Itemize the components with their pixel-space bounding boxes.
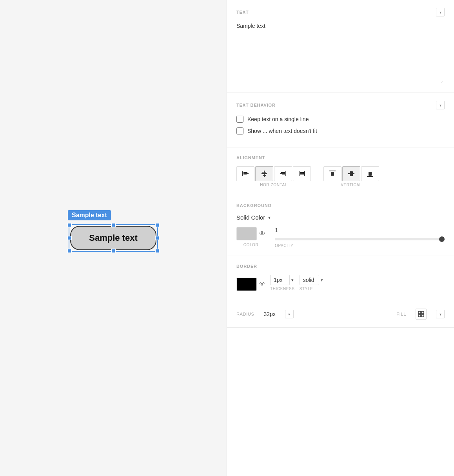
- border-eye-icon[interactable]: 👁: [259, 281, 265, 288]
- svg-rect-1: [243, 172, 247, 173]
- valign-bottom-btn[interactable]: [361, 166, 379, 181]
- svg-rect-9: [281, 172, 285, 173]
- svg-rect-15: [300, 173, 304, 174]
- svg-rect-21: [367, 176, 373, 177]
- handle-top-right[interactable]: [155, 223, 160, 227]
- bg-type-label: Solid Color: [236, 214, 265, 221]
- align-right-btn[interactable]: [274, 166, 292, 181]
- vertical-align-group: VERTICAL: [323, 166, 379, 187]
- svg-rect-22: [369, 172, 372, 176]
- align-justify-btn[interactable]: [293, 166, 311, 181]
- horizontal-label: HORIZONTAL: [260, 183, 287, 187]
- fill-icon-btn[interactable]: [416, 309, 427, 320]
- bg-eye-icon[interactable]: 👁: [259, 230, 265, 237]
- horizontal-align-buttons: [236, 166, 311, 181]
- svg-rect-11: [282, 174, 285, 175]
- border-thickness-value: 1px: [270, 275, 290, 285]
- border-style-dropdown[interactable]: ▾: [321, 278, 323, 283]
- svg-rect-14: [300, 172, 304, 173]
- text-section-header: TEXT ▾: [236, 8, 445, 16]
- svg-rect-7: [263, 175, 266, 176]
- bg-type-dropdown[interactable]: ▾: [268, 215, 271, 220]
- svg-rect-8: [285, 171, 286, 176]
- svg-rect-20: [350, 171, 353, 176]
- checkbox-ellipsis[interactable]: [236, 127, 243, 134]
- opacity-slider-thumb[interactable]: [439, 236, 445, 242]
- svg-rect-13: [304, 171, 305, 176]
- background-type-row: Solid Color ▾: [236, 214, 445, 221]
- text-input[interactable]: Sample text: [236, 23, 445, 78]
- checkbox-single-line[interactable]: [236, 116, 243, 123]
- canvas-button[interactable]: Sample text: [70, 226, 156, 250]
- checkbox-single-line-label: Keep text on a single line: [247, 116, 309, 122]
- border-color-swatch[interactable]: [236, 278, 257, 291]
- text-section: TEXT ▾ Sample text ⟋: [227, 0, 454, 93]
- border-style-group: solid ▾ STYLE: [300, 275, 323, 291]
- border-thickness-group: 1px ▾ THICKNESS: [270, 275, 295, 291]
- text-section-title: TEXT: [236, 10, 249, 15]
- element-label: Sample text: [68, 210, 111, 220]
- resize-handle: ⟋: [236, 79, 445, 85]
- right-panel: TEXT ▾ Sample text ⟋ TEXT BEHAVIOR ▾ Kee…: [227, 0, 454, 476]
- handle-bottom-mid[interactable]: [111, 249, 116, 253]
- background-section: BACKGROUND Solid Color ▾ 👁 COLOR 1 OPACI…: [227, 195, 454, 256]
- border-section: BORDER 👁 1px ▾ THICKNESS: [227, 256, 454, 299]
- handle-bottom-left[interactable]: [67, 249, 72, 253]
- checkbox-ellipsis-row: Show ... when text doesn't fit: [236, 127, 445, 134]
- valign-top-btn[interactable]: [323, 166, 341, 181]
- handle-bottom-right[interactable]: [155, 249, 160, 253]
- border-row: 👁 1px ▾ THICKNESS solid ▾: [236, 275, 445, 291]
- text-behavior-header: TEXT BEHAVIOR ▾: [236, 101, 445, 109]
- opacity-slider[interactable]: [275, 238, 445, 240]
- opacity-label: OPACITY: [275, 243, 445, 248]
- vertical-align-buttons: [323, 166, 379, 181]
- svg-rect-23: [418, 311, 421, 314]
- resize-icon: ⟋: [440, 79, 445, 85]
- fill-label: FILL: [396, 312, 406, 316]
- radius-value: 32px: [264, 311, 276, 317]
- svg-rect-6: [262, 173, 267, 174]
- svg-rect-12: [299, 171, 300, 176]
- opacity-group: 1 OPACITY: [275, 227, 445, 248]
- alignment-header: ALIGNMENT: [236, 155, 445, 160]
- svg-rect-10: [280, 173, 285, 174]
- border-style-value: solid: [300, 275, 319, 285]
- border-thickness-dropdown[interactable]: ▾: [291, 278, 294, 283]
- bg-color-swatch[interactable]: [236, 227, 257, 240]
- border-swatch-group: 👁: [236, 278, 265, 291]
- handle-mid-right[interactable]: [155, 236, 160, 240]
- alignment-row: HORIZONTAL: [236, 166, 445, 187]
- handle-mid-left[interactable]: [67, 236, 72, 240]
- svg-rect-2: [243, 173, 249, 174]
- canvas-area: Sample text Sample text: [0, 0, 227, 476]
- text-behavior-title: TEXT BEHAVIOR: [236, 103, 276, 107]
- text-behavior-collapse[interactable]: ▾: [436, 101, 445, 109]
- alignment-section: ALIGNMENT: [227, 147, 454, 195]
- background-title: BACKGROUND: [236, 203, 271, 208]
- border-header: BORDER: [236, 264, 445, 269]
- valign-middle-btn[interactable]: [342, 166, 360, 181]
- svg-rect-26: [421, 314, 424, 317]
- radius-decrement-btn[interactable]: ▾: [285, 310, 294, 318]
- svg-rect-5: [262, 172, 266, 173]
- checkbox-ellipsis-label: Show ... when text doesn't fit: [247, 128, 317, 134]
- align-center-btn[interactable]: [255, 166, 273, 181]
- background-header: BACKGROUND: [236, 203, 445, 208]
- fill-dropdown-btn[interactable]: ▾: [436, 310, 445, 318]
- border-title: BORDER: [236, 264, 257, 269]
- bg-color-swatch-group: 👁 COLOR: [236, 227, 265, 247]
- bg-color-label: COLOR: [243, 243, 259, 247]
- svg-rect-3: [243, 174, 247, 175]
- radius-label: RADIUS: [236, 312, 254, 316]
- opacity-value: 1: [275, 227, 445, 233]
- text-section-collapse[interactable]: ▾: [436, 8, 445, 16]
- align-left-btn[interactable]: [236, 166, 254, 181]
- alignment-title: ALIGNMENT: [236, 155, 265, 160]
- border-style-label: STYLE: [300, 287, 323, 291]
- selection-box[interactable]: Sample text: [69, 224, 158, 252]
- radius-section: RADIUS 32px ▾ FILL ▾: [227, 299, 454, 328]
- svg-rect-0: [242, 171, 243, 176]
- handle-top-left[interactable]: [67, 223, 72, 227]
- svg-rect-25: [418, 314, 421, 317]
- handle-top-mid[interactable]: [111, 223, 116, 227]
